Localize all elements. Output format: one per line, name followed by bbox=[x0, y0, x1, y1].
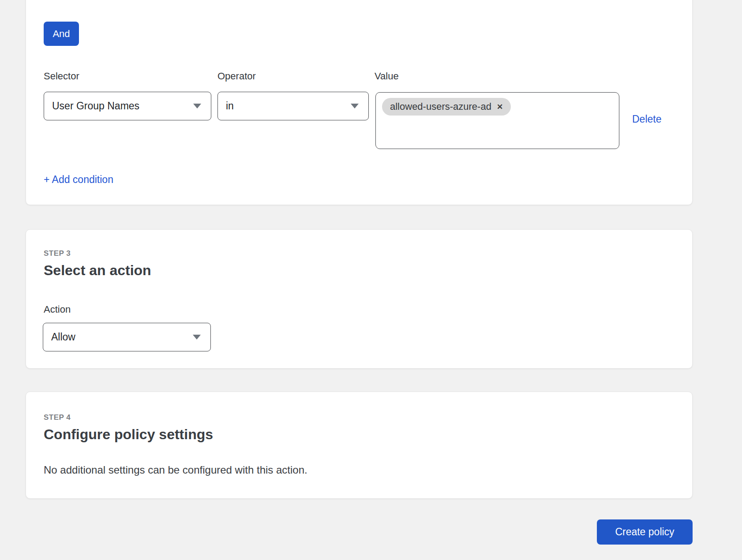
chevron-down-icon bbox=[193, 335, 201, 340]
chevron-down-icon bbox=[193, 104, 201, 108]
operator-dropdown-value: in bbox=[226, 100, 234, 112]
remove-tag-icon[interactable]: ✕ bbox=[497, 103, 503, 111]
step-3-label: STEP 3 bbox=[44, 249, 71, 258]
value-label: Value bbox=[375, 71, 399, 82]
value-tag-text: allowed-users-azure-ad bbox=[390, 101, 491, 112]
configure-policy-settings-title: Configure policy settings bbox=[44, 426, 213, 443]
operator-dropdown[interactable]: in bbox=[217, 92, 369, 120]
no-settings-message: No additional settings can be configured… bbox=[44, 464, 307, 476]
selector-dropdown[interactable]: User Group Names bbox=[44, 92, 211, 120]
action-label: Action bbox=[44, 304, 71, 315]
value-multiselect-input[interactable]: allowed-users-azure-ad ✕ bbox=[375, 92, 619, 149]
action-dropdown-value: Allow bbox=[51, 331, 75, 343]
and-operator-button[interactable]: And bbox=[44, 22, 79, 46]
create-policy-button[interactable]: Create policy bbox=[597, 519, 693, 545]
condition-card: And Selector Operator Value User Group N… bbox=[26, 0, 693, 205]
select-action-title: Select an action bbox=[44, 262, 151, 279]
delete-condition-link[interactable]: Delete bbox=[632, 113, 661, 125]
policy-settings-card: STEP 4 Configure policy settings No addi… bbox=[26, 392, 693, 499]
action-dropdown[interactable]: Allow bbox=[43, 323, 211, 351]
chevron-down-icon bbox=[351, 104, 359, 108]
value-tag: allowed-users-azure-ad ✕ bbox=[382, 98, 511, 116]
step-4-label: STEP 4 bbox=[44, 413, 71, 422]
selector-label: Selector bbox=[44, 71, 79, 82]
select-action-card: STEP 3 Select an action Action Allow bbox=[26, 229, 693, 369]
operator-label: Operator bbox=[217, 71, 256, 82]
add-condition-link[interactable]: + Add condition bbox=[44, 174, 113, 186]
selector-dropdown-value: User Group Names bbox=[52, 100, 139, 112]
